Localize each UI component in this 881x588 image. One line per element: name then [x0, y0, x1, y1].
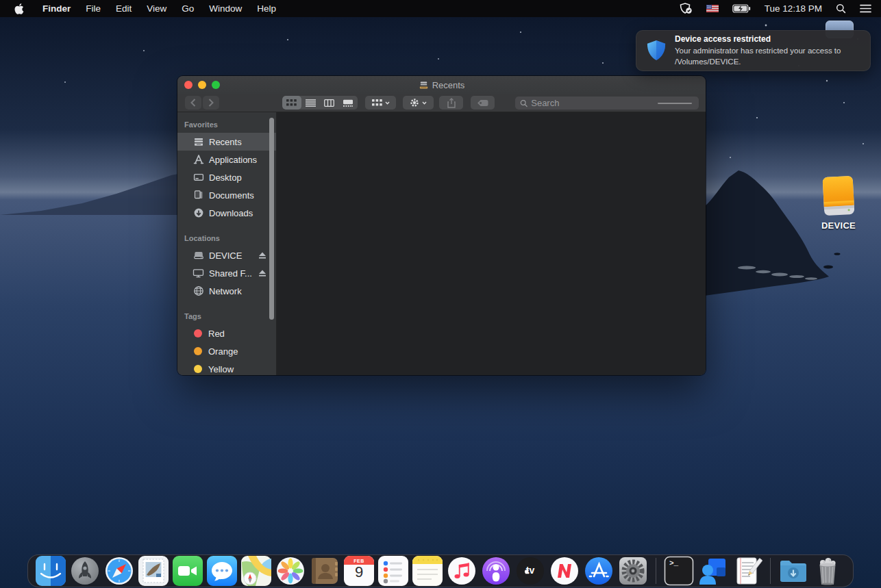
dock-calendar-icon[interactable]: FEB 9 — [344, 556, 374, 586]
recents-proxy-icon — [419, 80, 429, 90]
appletv-label: tv — [515, 565, 545, 576]
reminders-list-icon — [378, 556, 408, 586]
dock-contacts-icon[interactable] — [310, 556, 340, 586]
shield-status-icon[interactable] — [673, 3, 699, 14]
dock-launchpad-icon[interactable] — [70, 556, 100, 586]
search-field[interactable] — [515, 97, 699, 110]
shield-check-icon — [680, 3, 693, 14]
sidebar-item-label: Network — [209, 286, 242, 296]
tag-button[interactable] — [471, 96, 495, 110]
sidebar-item-downloads[interactable]: Downloads — [177, 204, 276, 222]
apple-menu[interactable] — [0, 3, 36, 14]
battery-charging-icon — [732, 4, 751, 13]
sidebar-item-label: Yellow — [208, 364, 234, 374]
zoom-button[interactable] — [212, 81, 220, 89]
dock-facetime-icon[interactable] — [173, 556, 203, 586]
downloads-folder-icon — [778, 556, 808, 586]
dock-appletv-icon[interactable]: tv — [515, 556, 545, 586]
gears-icon — [618, 556, 648, 586]
sidebar-section-tags: Tags — [177, 308, 276, 324]
dock: FEB 9 — [27, 554, 854, 587]
sidebar-item-tag-orange[interactable]: Orange — [177, 342, 276, 360]
dock-company-portal-icon[interactable] — [698, 556, 728, 586]
dock-textedit-icon[interactable] — [732, 556, 762, 586]
finder-face-icon — [36, 556, 66, 586]
menu-help[interactable]: Help — [249, 3, 284, 14]
dock-terminal-icon[interactable]: >_ — [664, 556, 694, 586]
desktop-icon — [193, 172, 204, 183]
dock-safari-icon[interactable] — [104, 556, 134, 586]
back-button[interactable] — [185, 96, 201, 110]
notification-center-button[interactable] — [853, 4, 881, 13]
hard-drive-icon — [193, 250, 204, 261]
network-globe-icon — [193, 285, 204, 296]
spotlight-button[interactable] — [829, 3, 853, 14]
dock-mail-icon[interactable] — [138, 556, 169, 586]
menu-window[interactable]: Window — [201, 3, 249, 14]
minimize-button[interactable] — [198, 81, 206, 89]
sidebar-item-device[interactable]: DEVICE — [177, 246, 276, 264]
sidebar-item-applications[interactable]: Applications — [177, 151, 276, 168]
battery-status[interactable] — [725, 4, 758, 13]
eject-button[interactable] — [258, 269, 266, 279]
forward-button[interactable] — [203, 96, 219, 110]
dock-messages-icon[interactable] — [207, 556, 237, 586]
dock-notes-icon[interactable] — [412, 556, 443, 586]
dock-news-icon[interactable] — [549, 556, 580, 586]
input-source-flag-icon[interactable] — [699, 5, 725, 12]
action-menu-button[interactable] — [403, 96, 434, 110]
eject-button[interactable] — [258, 251, 266, 261]
trash-full-icon — [812, 556, 843, 586]
dock-finder-icon[interactable] — [36, 556, 66, 586]
toolbar — [177, 94, 706, 112]
dock-trash-icon[interactable] — [812, 556, 843, 586]
notification-banner[interactable]: Device access restricted Your administra… — [636, 30, 871, 71]
desktop-icon-label: DEVICE — [812, 220, 865, 231]
sidebar-item-network[interactable]: Network — [177, 282, 276, 300]
dock-podcasts-icon[interactable] — [481, 556, 511, 586]
calendar-day-label: 9 — [344, 563, 374, 581]
search-field-line — [658, 103, 692, 104]
title-bar[interactable]: Recents — [177, 76, 706, 94]
menu-finder[interactable]: Finder — [36, 3, 78, 14]
menu-edit[interactable]: Edit — [108, 3, 139, 14]
menu-file[interactable]: File — [78, 3, 108, 14]
desktop-device-drive[interactable]: DEVICE — [812, 175, 865, 231]
sidebar-scrollbar[interactable] — [269, 118, 274, 320]
sidebar-item-label: Recents — [209, 137, 242, 147]
dock-appstore-icon[interactable] — [584, 556, 614, 586]
sidebar-item-shared-folder[interactable]: Shared F... — [177, 264, 276, 282]
us-flag-icon — [706, 5, 719, 12]
dock-reminders-icon[interactable] — [378, 556, 408, 586]
sidebar-item-tag-yellow[interactable]: Yellow — [177, 360, 276, 375]
menu-go[interactable]: Go — [174, 3, 201, 14]
group-button[interactable] — [365, 96, 396, 110]
notes-icon — [412, 556, 443, 586]
dock-maps-icon[interactable] — [241, 556, 271, 586]
facetime-camera-icon — [173, 556, 203, 586]
dock-downloads-folder-icon[interactable] — [778, 556, 808, 586]
file-list-area[interactable] — [277, 112, 706, 375]
photos-flower-icon — [275, 556, 306, 586]
dock-separator — [770, 558, 771, 584]
notification-body: Your administrator has restricted your a… — [675, 46, 873, 66]
chevron-down-icon — [385, 101, 390, 105]
menu-view[interactable]: View — [139, 3, 174, 14]
share-button[interactable] — [439, 96, 463, 110]
close-button[interactable] — [184, 81, 193, 89]
column-view-button[interactable] — [320, 96, 339, 110]
share-icon — [447, 98, 456, 108]
sidebar-item-desktop[interactable]: Desktop — [177, 168, 276, 186]
sidebar-item-tag-red[interactable]: Red — [177, 324, 276, 342]
sidebar-item-recents[interactable]: Recents — [177, 133, 276, 151]
dock-photos-icon[interactable] — [275, 556, 306, 586]
calendar-month-label: FEB — [344, 559, 374, 563]
icon-view-button[interactable] — [282, 96, 301, 110]
sidebar-item-documents[interactable]: Documents — [177, 186, 276, 204]
dock-music-icon[interactable] — [447, 556, 477, 586]
dock-system-preferences-icon[interactable] — [618, 556, 648, 586]
sidebar-item-label: Desktop — [209, 172, 242, 183]
list-view-button[interactable] — [301, 96, 321, 110]
gallery-view-button[interactable] — [339, 96, 358, 110]
menubar-clock[interactable]: Tue 12:18 PM — [758, 3, 829, 14]
